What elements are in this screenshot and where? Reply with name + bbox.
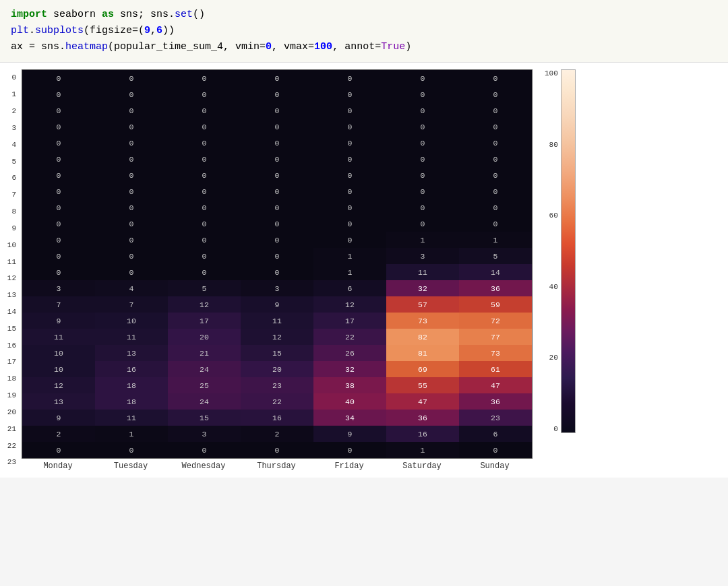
heatmap-cell: 0: [22, 232, 95, 248]
y-axis-label: 21: [7, 421, 19, 437]
heatmap-cell: 0: [95, 119, 168, 135]
heatmap-cell: 7: [95, 296, 168, 313]
heatmap-cell: 0: [241, 442, 313, 458]
heatmap-cell: 0: [241, 199, 313, 216]
heatmap-cell: 0: [313, 135, 386, 151]
heatmap-cell: 15: [168, 410, 241, 426]
heatmap-cell: 0: [386, 199, 459, 216]
chart-area: 01234567891011121314151617181920212223 0…: [0, 63, 728, 478]
heatmap-cell: 20: [241, 361, 313, 377]
heatmap-cell: 0: [313, 232, 386, 248]
heatmap-cell: 0: [386, 151, 459, 167]
heatmap-cell: 0: [241, 102, 313, 119]
x-axis-label: Thursday: [240, 461, 313, 471]
heatmap-cell: 24: [168, 393, 241, 410]
heatmap-cell: 0: [22, 216, 95, 232]
heatmap-cell: 0: [386, 119, 459, 135]
heatmap-fn: heatmap: [65, 41, 108, 53]
heatmap-cell: 0: [95, 183, 168, 199]
heatmap-cell: 36: [459, 280, 532, 296]
y-axis-label: 17: [7, 354, 19, 370]
x-axis-label: Friday: [313, 461, 386, 471]
code-text-2: sns; sns.: [120, 9, 175, 20]
heatmap-cell: 57: [386, 296, 459, 313]
heatmap-cell: 0: [313, 183, 386, 199]
x-axis-label: Tuesday: [94, 461, 167, 471]
heatmap-container: 0000000000000000000000000000000000000000…: [22, 69, 533, 471]
heatmap-cell: 0: [459, 151, 532, 167]
heatmap-cell: 18: [95, 377, 168, 393]
y-axis-label: 8: [7, 203, 19, 220]
heatmap-cell: 0: [313, 199, 386, 216]
heatmap-cell: 0: [95, 135, 168, 151]
heatmap-cell: 0: [313, 442, 386, 458]
y-axis-label: 7: [7, 187, 19, 203]
code-text-5: ,: [150, 25, 156, 36]
import-keyword: import: [11, 9, 47, 20]
heatmap-cell: 5: [168, 280, 241, 296]
heatmap-cell: 0: [22, 442, 95, 458]
dot-text: .: [29, 25, 35, 36]
heatmap-cell: 1: [459, 232, 532, 248]
heatmap-cell: 0: [168, 119, 241, 135]
num-6: 6: [156, 25, 162, 36]
y-axis-label: 10: [7, 237, 19, 253]
code-text-6: )): [162, 25, 175, 36]
heatmap-cell: 12: [313, 296, 386, 313]
heatmap-cell: 0: [386, 183, 459, 199]
y-axis-label: 16: [7, 337, 19, 354]
heatmap-cell: 0: [313, 102, 386, 119]
heatmap-cell: 26: [313, 345, 386, 361]
subplots-fn: subplots: [35, 25, 84, 36]
heatmap-cell: 61: [459, 361, 532, 377]
heatmap-cell: 69: [386, 361, 459, 377]
y-axis-label: 1: [7, 86, 19, 102]
heatmap-cell: 0: [386, 216, 459, 232]
heatmap-cell: 0: [386, 102, 459, 119]
heatmap-cell: 0: [22, 135, 95, 151]
heatmap-cell: 2: [22, 426, 95, 442]
heatmap-cell: 0: [241, 248, 313, 264]
heatmap-cell: 0: [95, 442, 168, 458]
heatmap-cell: 0: [313, 119, 386, 135]
heatmap-wrapper: 01234567891011121314151617181920212223 0…: [7, 69, 533, 471]
heatmap-cell: 36: [459, 393, 532, 410]
heatmap-cell: 0: [168, 248, 241, 264]
heatmap-cell: 0: [168, 102, 241, 119]
heatmap-cell: 0: [168, 232, 241, 248]
heatmap-cell: 1: [386, 232, 459, 248]
heatmap-cell: 0: [241, 151, 313, 167]
heatmap-cell: 0: [95, 70, 168, 86]
heatmap-cell: 0: [386, 70, 459, 86]
y-axis-label: 14: [7, 304, 19, 320]
heatmap-cell: 12: [168, 296, 241, 313]
heatmap-cell: 23: [459, 410, 532, 426]
heatmap-cell: 0: [459, 119, 532, 135]
heatmap-cell: 0: [241, 135, 313, 151]
heatmap-cell: 0: [241, 167, 313, 183]
x-axis-label: Saturday: [386, 461, 458, 471]
ax-text: ax = sns.: [11, 41, 65, 53]
heatmap-cell: 18: [95, 393, 168, 410]
heatmap-cell: 0: [95, 86, 168, 102]
code-text-3: (): [193, 9, 205, 20]
heatmap-cell: 55: [386, 377, 459, 393]
heatmap-cell: 10: [95, 313, 168, 329]
heatmap-cell: 17: [168, 313, 241, 329]
heatmap-cell: 2: [241, 426, 313, 442]
heatmap-cell: 13: [22, 393, 95, 410]
heatmap-cell: 0: [22, 183, 95, 199]
num-100: 100: [314, 41, 332, 53]
colorbar-labels-top: 100806040200: [545, 69, 558, 433]
colorbar-tick-label: 20: [545, 354, 558, 362]
y-axis-label: 3: [7, 120, 19, 136]
heatmap-cell: 9: [22, 313, 95, 329]
colorbar-tick-label: 0: [545, 425, 558, 433]
heatmap-cell: 0: [241, 232, 313, 248]
y-axis-label: 2: [7, 103, 19, 119]
y-axis-label: 15: [7, 321, 19, 337]
heatmap-cell: 20: [168, 329, 241, 345]
colorbar-tick-label: 40: [545, 283, 558, 291]
heatmap-cell: 0: [22, 119, 95, 135]
heatmap-cell: 82: [386, 329, 459, 345]
